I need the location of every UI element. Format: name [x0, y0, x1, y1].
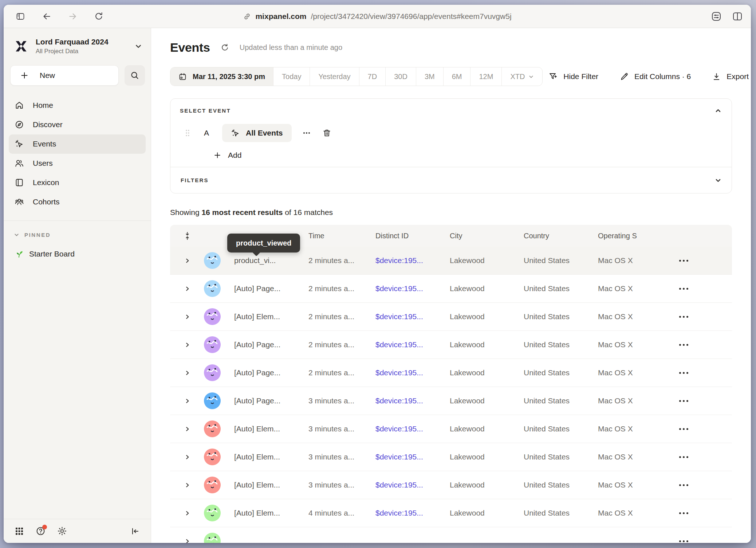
- row-more-icon[interactable]: [660, 484, 707, 486]
- distinct-id-link[interactable]: $device:195...: [375, 453, 450, 461]
- link-icon: [243, 12, 251, 20]
- sidebar-item-starter-board[interactable]: Starter Board: [4, 250, 151, 258]
- more-options-icon[interactable]: [303, 129, 311, 137]
- export-button[interactable]: Export: [712, 72, 749, 81]
- row-more-icon[interactable]: [660, 344, 707, 346]
- search-button[interactable]: [125, 65, 145, 86]
- page-settings-icon[interactable]: [711, 11, 722, 22]
- collapse-sidebar-icon[interactable]: [130, 527, 140, 536]
- add-event-button[interactable]: Add: [213, 151, 722, 160]
- updated-status: Updated less than a minute ago: [240, 43, 342, 52]
- row-more-icon[interactable]: [660, 400, 707, 402]
- preset-12m[interactable]: 12M: [470, 67, 501, 86]
- pinned-section-header[interactable]: PINNED: [4, 232, 151, 238]
- filters-section: FILTERS: [170, 167, 732, 193]
- preset-label: 30D: [394, 73, 407, 81]
- distinct-id-link[interactable]: $device:195...: [375, 284, 450, 293]
- distinct-id-link[interactable]: $device:195...: [375, 368, 450, 377]
- row-more-icon[interactable]: [660, 512, 707, 514]
- expand-row-icon[interactable]: [179, 482, 196, 488]
- edit-columns-button[interactable]: Edit Columns · 6: [619, 72, 691, 81]
- forward-icon[interactable]: [68, 11, 78, 21]
- table-row[interactable]: [Auto] Elem... 3 minutes a... $device:19…: [170, 471, 732, 499]
- expand-row-icon[interactable]: [179, 342, 196, 348]
- preset-xtd[interactable]: XTD: [501, 67, 542, 86]
- expand-row-icon[interactable]: [179, 258, 196, 263]
- sidebar-item-lexicon[interactable]: Lexicon: [9, 173, 146, 192]
- back-icon[interactable]: [42, 11, 52, 21]
- settings-gear-icon[interactable]: [57, 526, 67, 536]
- table-row[interactable]: [Auto] Elem... 3 minutes a... $device:19…: [170, 415, 732, 443]
- distinct-id-link[interactable]: $device:195...: [375, 509, 450, 517]
- row-more-icon[interactable]: [660, 456, 707, 458]
- reload-icon[interactable]: [94, 11, 104, 21]
- city-cell: Lakewood: [450, 424, 524, 433]
- event-query-row: A All Events: [180, 124, 722, 142]
- distinct-id-link[interactable]: $device:195...: [375, 396, 450, 405]
- preset-7d[interactable]: 7D: [359, 67, 386, 86]
- results-prefix: Showing: [170, 208, 200, 216]
- date-picker-value: Mar 11, 2025 3:30 pm: [193, 73, 265, 81]
- table-row[interactable]: [Auto] Page... 2 minutes a... $device:19…: [170, 331, 732, 359]
- table-row[interactable]: [170, 527, 732, 543]
- table-row[interactable]: [Auto] Elem... 2 minutes a... $device:19…: [170, 303, 732, 331]
- expand-row-icon[interactable]: [179, 286, 196, 291]
- row-more-icon[interactable]: [660, 540, 707, 542]
- distinct-id-link[interactable]: $device:195...: [375, 424, 450, 433]
- event-avatar: [204, 533, 221, 543]
- table-row[interactable]: [Auto] Page... 2 minutes a... $device:19…: [170, 275, 732, 303]
- expand-row-icon[interactable]: [179, 370, 196, 376]
- table-row[interactable]: [Auto] Page... 2 minutes a... $device:19…: [170, 359, 732, 387]
- sidebar-item-users[interactable]: Users: [9, 154, 146, 173]
- trash-icon[interactable]: [322, 129, 331, 138]
- sidebar-item-home[interactable]: Home: [9, 96, 146, 115]
- drag-handle-icon[interactable]: [185, 129, 190, 137]
- new-button[interactable]: New: [10, 65, 119, 86]
- table-row[interactable]: [Auto] Page... 3 minutes a... $device:19…: [170, 387, 732, 415]
- chevron-up-icon[interactable]: [715, 107, 721, 114]
- table-row[interactable]: [Auto] Elem... 4 minutes a... $device:19…: [170, 499, 732, 527]
- event-name-cell: [Auto] Elem...: [229, 312, 308, 321]
- refresh-icon[interactable]: [220, 43, 229, 52]
- city-cell: Lakewood: [450, 312, 524, 321]
- expand-row-icon[interactable]: [179, 426, 196, 432]
- preset-3m[interactable]: 3M: [416, 67, 443, 86]
- distinct-id-link[interactable]: $device:195...: [375, 481, 450, 489]
- hide-filter-button[interactable]: Hide Filter: [548, 72, 598, 81]
- date-toolbar: Mar 11, 2025 3:30 pm Today Yesterday 7D …: [170, 67, 749, 86]
- row-more-icon[interactable]: [660, 428, 707, 430]
- apps-grid-icon[interactable]: [15, 527, 24, 536]
- row-more-icon[interactable]: [660, 316, 707, 318]
- row-more-icon[interactable]: [660, 260, 707, 262]
- expand-row-icon[interactable]: [179, 539, 196, 543]
- split-view-icon[interactable]: [732, 11, 743, 22]
- event-selector-chip[interactable]: All Events: [222, 124, 292, 142]
- chevron-down-icon[interactable]: [715, 177, 721, 184]
- sidebar-item-events[interactable]: Events: [9, 134, 146, 154]
- help-button[interactable]: [36, 526, 46, 536]
- distinct-id-link[interactable]: $device:195...: [375, 340, 450, 349]
- project-switcher[interactable]: Lord Farquaad 2024 All Project Data: [4, 28, 151, 55]
- sidebar-item-cohorts[interactable]: Cohorts: [9, 192, 146, 212]
- preset-today[interactable]: Today: [273, 67, 310, 86]
- preset-30d[interactable]: 30D: [385, 67, 416, 86]
- city-cell: Lakewood: [450, 509, 524, 517]
- expand-row-icon[interactable]: [179, 314, 196, 320]
- collapse-rows-icon[interactable]: [179, 231, 196, 241]
- table-row[interactable]: [Auto] Elem... 3 minutes a... $device:19…: [170, 443, 732, 471]
- expand-row-icon[interactable]: [179, 398, 196, 404]
- row-more-icon[interactable]: [660, 372, 707, 374]
- sidebar-toggle-icon[interactable]: [15, 12, 25, 21]
- url-bar[interactable]: mixpanel.com/project/3472420/view/397469…: [243, 12, 511, 21]
- distinct-id-link[interactable]: $device:195...: [375, 312, 450, 321]
- expand-row-icon[interactable]: [179, 454, 196, 460]
- row-more-icon[interactable]: [660, 288, 707, 290]
- distinct-id-link[interactable]: $device:195...: [375, 256, 450, 265]
- mixpanel-logo-icon: [14, 39, 28, 54]
- preset-yesterday[interactable]: Yesterday: [310, 67, 359, 86]
- avatar-cell: [196, 420, 229, 437]
- expand-row-icon[interactable]: [179, 510, 196, 516]
- date-picker-button[interactable]: Mar 11, 2025 3:30 pm: [170, 67, 273, 86]
- sidebar-item-discover[interactable]: Discover: [9, 115, 146, 134]
- preset-6m[interactable]: 6M: [443, 67, 470, 86]
